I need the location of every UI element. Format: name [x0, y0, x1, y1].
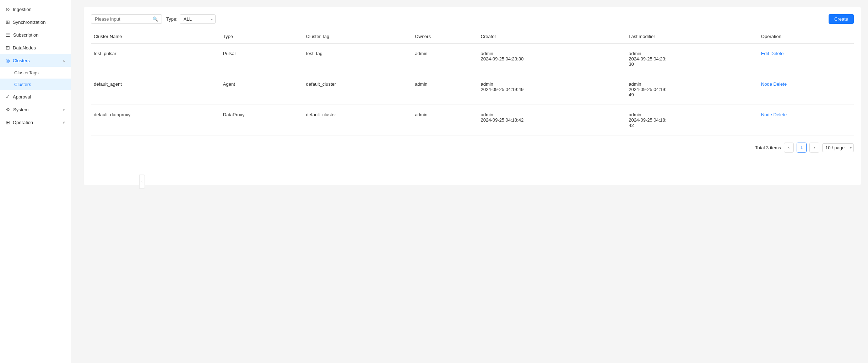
pagination-next[interactable]: ›	[809, 143, 819, 153]
pagination-page-1[interactable]: 1	[797, 143, 807, 153]
col-operation: Operation	[758, 30, 854, 44]
approval-icon: ✓	[6, 94, 10, 100]
content-panel: 🔍 Type: ALL Pulsar Agent DataProxy	[84, 7, 861, 185]
cell-creator: admin2024-09-25 04:18:42	[478, 105, 626, 135]
pagination-prev[interactable]: ‹	[784, 143, 794, 153]
sidebar-sub-item-clusters[interactable]: Clusters	[0, 79, 71, 90]
table-row: default_dataproxy DataProxy default_clus…	[91, 105, 854, 135]
col-last-modifier: Last modifier	[626, 30, 758, 44]
clusters-icon: ◎	[6, 58, 10, 63]
page-size-wrapper: 10 / page 20 / page 50 / page	[822, 143, 854, 152]
cell-operation: Node Delete	[758, 105, 854, 135]
system-icon: ⚙	[6, 107, 10, 112]
type-select-wrapper: ALL Pulsar Agent DataProxy	[180, 14, 216, 24]
clusters-table: Cluster Name Type Cluster Tag Owners Cre…	[91, 30, 854, 135]
sidebar-sub-item-clustertags[interactable]: ClusterTags	[0, 67, 71, 79]
cell-cluster-name: test_pulsar	[91, 44, 220, 74]
cell-type: Agent	[220, 74, 303, 105]
cell-operation: Edit Delete	[758, 44, 854, 74]
sidebar-item-approval[interactable]: ✓ Approval	[0, 90, 71, 103]
cell-last-modifier: admin2024-09-25 04:18:42	[626, 105, 758, 135]
sidebar-collapse-button[interactable]: ‹	[139, 175, 145, 189]
op-delete-link[interactable]: Delete	[774, 81, 787, 87]
cell-creator: admin2024-09-25 04:19:49	[478, 74, 626, 105]
cell-type: Pulsar	[220, 44, 303, 74]
type-dropdown[interactable]: ALL Pulsar Agent DataProxy	[180, 14, 216, 24]
sidebar-item-clusters[interactable]: ◎ Clusters ∧	[0, 54, 71, 67]
sidebar-label-subscription: Subscription	[13, 32, 65, 38]
sidebar: ⊙ Ingestion ⊞ Synchronization ☰ Subscrip…	[0, 0, 71, 363]
system-expand-icon: ∨	[63, 108, 65, 112]
sidebar-label-ingestion: Ingestion	[13, 7, 65, 12]
operation-icon: ⊞	[6, 119, 10, 125]
sidebar-item-synchronization[interactable]: ⊞ Synchronization	[0, 16, 71, 28]
ingestion-icon: ⊙	[6, 6, 10, 12]
table-row: default_agent Agent default_cluster admi…	[91, 74, 854, 105]
cell-cluster-name: default_agent	[91, 74, 220, 105]
sidebar-item-datanodes[interactable]: ⊡ DataNodes	[0, 41, 71, 54]
search-icon[interactable]: 🔍	[152, 16, 158, 22]
table-header-row: Cluster Name Type Cluster Tag Owners Cre…	[91, 30, 854, 44]
type-label: Type:	[166, 16, 178, 22]
search-input[interactable]	[95, 16, 150, 22]
cell-creator: admin2024-09-25 04:23:30	[478, 44, 626, 74]
op-delete-link[interactable]: Delete	[774, 112, 787, 117]
cell-cluster-name: default_dataproxy	[91, 105, 220, 135]
collapse-icon: ‹	[141, 180, 142, 183]
sidebar-sub-label-clusters: Clusters	[14, 82, 31, 87]
content-area: 🔍 Type: ALL Pulsar Agent DataProxy	[77, 0, 868, 363]
sidebar-label-datanodes: DataNodes	[13, 45, 65, 50]
op-node-link[interactable]: Node	[761, 112, 772, 117]
sidebar-label-approval: Approval	[13, 94, 65, 100]
cell-owners: admin	[412, 105, 478, 135]
operation-expand-icon: ∨	[63, 121, 65, 124]
type-select-group: Type: ALL Pulsar Agent DataProxy	[166, 14, 216, 24]
pagination: Total 3 items ‹ 1 › 10 / page 20 / page …	[91, 143, 854, 153]
cell-last-modifier: admin2024-09-25 04:19:49	[626, 74, 758, 105]
table-row: test_pulsar Pulsar test_tag admin admin2…	[91, 44, 854, 74]
col-cluster-name: Cluster Name	[91, 30, 220, 44]
clusters-expand-icon: ∧	[63, 59, 65, 63]
sidebar-label-system: System	[13, 107, 60, 112]
cell-operation: Node Delete	[758, 74, 854, 105]
op-node-link[interactable]: Node	[761, 81, 772, 87]
pagination-total: Total 3 items	[755, 145, 781, 150]
col-creator: Creator	[478, 30, 626, 44]
datanodes-icon: ⊡	[6, 45, 10, 50]
cell-cluster-tag: default_cluster	[303, 105, 412, 135]
toolbar-left: 🔍 Type: ALL Pulsar Agent DataProxy	[91, 14, 216, 24]
cell-last-modifier: admin2024-09-25 04:23:30	[626, 44, 758, 74]
cell-cluster-tag: test_tag	[303, 44, 412, 74]
create-button[interactable]: Create	[829, 14, 854, 24]
op-edit-link[interactable]: Edit	[761, 51, 769, 56]
col-owners: Owners	[412, 30, 478, 44]
sidebar-item-operation[interactable]: ⊞ Operation ∨	[0, 116, 71, 129]
sidebar-item-system[interactable]: ⚙ System ∨	[0, 103, 71, 116]
subscription-icon: ☰	[6, 32, 10, 38]
sidebar-item-subscription[interactable]: ☰ Subscription	[0, 28, 71, 41]
page-size-select[interactable]: 10 / page 20 / page 50 / page	[822, 143, 854, 152]
sidebar-label-operation: Operation	[13, 120, 60, 125]
sidebar-label-synchronization: Synchronization	[13, 20, 65, 25]
col-cluster-tag: Cluster Tag	[303, 30, 412, 44]
main-content: 🔍 Type: ALL Pulsar Agent DataProxy	[77, 0, 868, 363]
search-box[interactable]: 🔍	[91, 14, 162, 24]
sidebar-label-clusters: Clusters	[13, 58, 60, 63]
cell-cluster-tag: default_cluster	[303, 74, 412, 105]
toolbar: 🔍 Type: ALL Pulsar Agent DataProxy	[91, 14, 854, 24]
col-type: Type	[220, 30, 303, 44]
sidebar-item-ingestion[interactable]: ⊙ Ingestion	[0, 3, 71, 16]
cell-owners: admin	[412, 74, 478, 105]
cell-owners: admin	[412, 44, 478, 74]
cell-type: DataProxy	[220, 105, 303, 135]
op-delete-link[interactable]: Delete	[770, 51, 784, 56]
synchronization-icon: ⊞	[6, 19, 10, 25]
sidebar-sub-label-clustertags: ClusterTags	[14, 70, 39, 75]
